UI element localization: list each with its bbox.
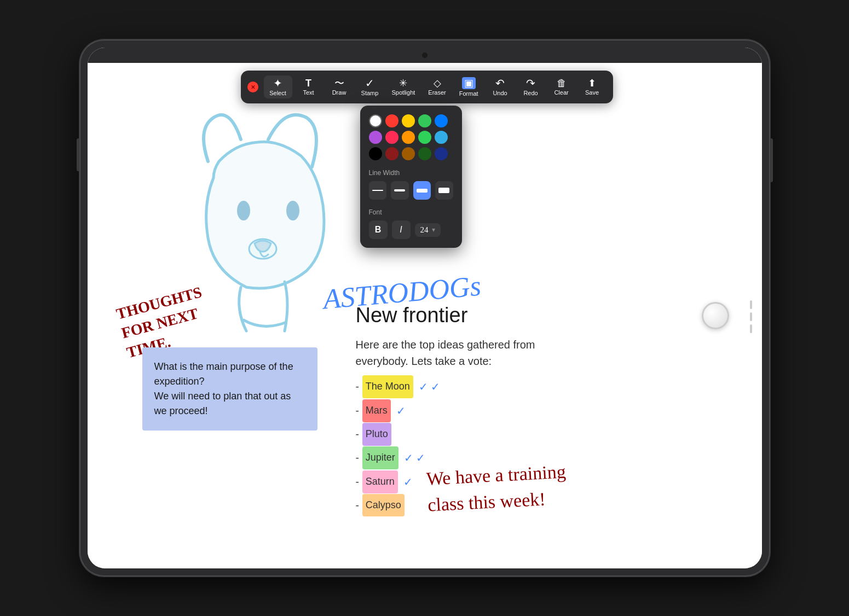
line-extrathick[interactable] bbox=[435, 181, 453, 200]
redo-icon: ↷ bbox=[526, 78, 535, 89]
stamp-label: Stamp bbox=[361, 90, 379, 96]
line-width-label: Line Width bbox=[369, 169, 453, 177]
mars-highlight: Mars bbox=[362, 399, 391, 422]
new-frontier-title: New frontier bbox=[356, 304, 468, 327]
toolbar-format[interactable]: ▣ Format bbox=[454, 75, 484, 99]
font-label: Font bbox=[369, 208, 453, 216]
canvas-area[interactable]: ✦ Select T Text 〜 Draw ✓ Stamp ✳ S bbox=[88, 63, 762, 568]
description-text: Here are the top ideas gathered from eve… bbox=[356, 336, 542, 369]
redo-label: Redo bbox=[523, 90, 538, 96]
device-frame: ✦ Select T Text 〜 Draw ✓ Stamp ✳ S bbox=[80, 40, 770, 576]
color-pink[interactable] bbox=[385, 131, 398, 144]
line-thick[interactable] bbox=[413, 181, 431, 200]
font-size-selector[interactable]: 24 ▾ bbox=[415, 223, 441, 237]
toolbar-spotlight[interactable]: ✳ Spotlight bbox=[386, 76, 421, 98]
jupiter-highlight: Jupiter bbox=[362, 446, 398, 469]
mars-checks: ✓ bbox=[396, 399, 406, 423]
undo-icon: ↶ bbox=[495, 78, 505, 89]
jupiter-checks: ✓ ✓ bbox=[404, 446, 426, 470]
top-bar bbox=[88, 48, 762, 63]
close-button[interactable] bbox=[247, 82, 258, 92]
font-size-chevron-icon: ▾ bbox=[432, 226, 435, 234]
side-button-right[interactable] bbox=[770, 138, 773, 182]
color-darkblue[interactable] bbox=[435, 147, 448, 160]
toolbar-draw[interactable]: 〜 Draw bbox=[325, 76, 354, 98]
draw-label: Draw bbox=[332, 89, 346, 96]
color-darkred[interactable] bbox=[385, 147, 398, 160]
color-cyan[interactable] bbox=[435, 131, 448, 144]
toolbar: ✦ Select T Text 〜 Draw ✓ Stamp ✳ S bbox=[241, 71, 613, 103]
color-blue[interactable] bbox=[435, 114, 448, 127]
home-indicator[interactable] bbox=[702, 302, 729, 329]
moon-checks: ✓ ✓ bbox=[419, 375, 441, 399]
save-label: Save bbox=[585, 89, 599, 96]
color-grid bbox=[369, 114, 453, 160]
line-medium[interactable] bbox=[391, 181, 409, 200]
color-black[interactable] bbox=[369, 147, 382, 160]
toolbar-stamp[interactable]: ✓ Stamp bbox=[356, 75, 384, 98]
camera-dot bbox=[422, 53, 428, 58]
toolbar-redo[interactable]: ↷ Redo bbox=[517, 75, 545, 98]
sticky-note[interactable]: What is the main purpose of the expediti… bbox=[142, 347, 317, 431]
color-green[interactable] bbox=[418, 114, 431, 127]
save-icon: ⬆ bbox=[588, 78, 596, 88]
italic-button[interactable]: I bbox=[392, 220, 411, 239]
color-red[interactable] bbox=[385, 114, 398, 127]
toolbar-eraser[interactable]: ◇ Eraser bbox=[423, 76, 451, 98]
color-brown[interactable] bbox=[402, 147, 415, 160]
scroll-indicator bbox=[750, 300, 752, 333]
pluto-highlight: Pluto bbox=[362, 423, 391, 446]
color-darkgreen[interactable] bbox=[418, 147, 431, 160]
toolbar-clear[interactable]: 🗑 Clear bbox=[547, 76, 576, 98]
svg-point-0 bbox=[237, 201, 250, 220]
eraser-icon: ◇ bbox=[434, 78, 441, 88]
format-label: Format bbox=[459, 90, 478, 97]
device-screen: ✦ Select T Text 〜 Draw ✓ Stamp ✳ S bbox=[88, 48, 762, 568]
font-section: B I 24 ▾ bbox=[369, 220, 453, 239]
toolbar-save[interactable]: ⬆ Save bbox=[578, 76, 607, 98]
saturn-checks: ✓ bbox=[403, 470, 413, 494]
line-thin[interactable] bbox=[369, 181, 387, 200]
moon-highlight: The Moon bbox=[362, 375, 413, 398]
calypso-highlight: Calypso bbox=[362, 494, 405, 517]
color-purple[interactable] bbox=[369, 131, 382, 144]
svg-point-1 bbox=[286, 201, 299, 220]
text-label: Text bbox=[303, 89, 314, 96]
color-picker-panel: Line Width Font bbox=[360, 106, 462, 248]
eraser-label: Eraser bbox=[428, 89, 446, 96]
draw-icon: 〜 bbox=[334, 78, 344, 88]
clear-label: Clear bbox=[554, 89, 568, 96]
select-label: Select bbox=[269, 90, 286, 96]
planet-moon: - The Moon ✓ ✓ bbox=[356, 375, 441, 399]
planet-mars: - Mars ✓ bbox=[356, 399, 441, 423]
toolbar-undo[interactable]: ↶ Undo bbox=[486, 75, 515, 98]
bold-button[interactable]: B bbox=[369, 220, 388, 239]
color-orange[interactable] bbox=[402, 131, 415, 144]
toolbar-text[interactable]: T Text bbox=[294, 76, 323, 98]
font-size-value: 24 bbox=[420, 225, 429, 235]
select-icon: ✦ bbox=[273, 78, 282, 89]
line-width-grid bbox=[369, 181, 453, 200]
undo-label: Undo bbox=[493, 90, 507, 96]
color-lightgreen[interactable] bbox=[418, 131, 431, 144]
planet-pluto: - Pluto bbox=[356, 423, 441, 446]
clear-icon: 🗑 bbox=[557, 78, 567, 88]
saturn-highlight: Saturn bbox=[362, 470, 398, 493]
color-white[interactable] bbox=[369, 114, 382, 127]
text-icon: T bbox=[305, 78, 311, 88]
stamp-icon: ✓ bbox=[365, 78, 374, 89]
side-button-left[interactable] bbox=[77, 138, 80, 171]
color-yellow[interactable] bbox=[402, 114, 415, 127]
toolbar-select[interactable]: ✦ Select bbox=[264, 75, 292, 98]
sticky-note-text: What is the main purpose of the expediti… bbox=[154, 361, 293, 416]
format-icon: ▣ bbox=[462, 77, 476, 89]
svg-point-2 bbox=[249, 239, 276, 259]
spotlight-icon: ✳ bbox=[399, 78, 407, 88]
training-text: We have a trainingclass this week! bbox=[425, 458, 568, 518]
spotlight-label: Spotlight bbox=[392, 89, 415, 96]
